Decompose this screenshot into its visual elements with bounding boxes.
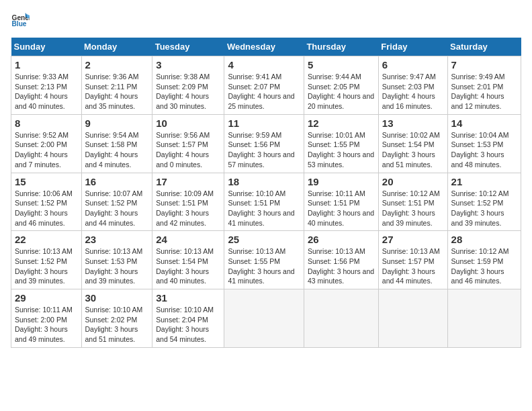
day-info: Sunrise: 10:04 AMSunset: 1:53 PMDaylight…: [451, 130, 517, 170]
calendar-cell: [224, 289, 304, 348]
day-info: Sunrise: 9:47 AMSunset: 2:03 PMDaylight:…: [382, 72, 444, 111]
calendar-cell: 2Sunrise: 9:36 AMSunset: 2:11 PMDaylight…: [81, 56, 152, 115]
calendar-header-row: SundayMondayTuesdayWednesdayThursdayFrid…: [11, 38, 521, 56]
day-info: Sunrise: 10:11 AMSunset: 2:00 PMDaylight…: [15, 305, 78, 345]
day-number: 29: [15, 292, 78, 304]
calendar-cell: 29Sunrise: 10:11 AMSunset: 2:00 PMDaylig…: [11, 289, 82, 348]
calendar-cell: [378, 289, 447, 348]
logo-icon: General Blue: [11, 11, 30, 30]
day-number: 31: [156, 292, 220, 304]
day-number: 12: [308, 118, 375, 129]
day-info: Sunrise: 10:09 AMSunset: 1:51 PMDaylight…: [156, 189, 220, 228]
calendar-cell: 24Sunrise: 10:13 AMSunset: 1:54 PMDaylig…: [152, 231, 224, 289]
calendar-cell: 16Sunrise: 10:07 AMSunset: 1:52 PMDaylig…: [81, 173, 152, 231]
day-number: 2: [85, 59, 149, 71]
day-info: Sunrise: 9:36 AMSunset: 2:11 PMDaylight:…: [85, 72, 149, 111]
calendar-cell: 26Sunrise: 10:13 AMSunset: 1:56 PMDaylig…: [304, 231, 378, 289]
day-info: Sunrise: 9:59 AMSunset: 1:56 PMDaylight:…: [228, 130, 300, 170]
calendar-week-1: 1Sunrise: 9:33 AMSunset: 2:13 PMDaylight…: [11, 56, 521, 115]
calendar-cell: 13Sunrise: 10:02 AMSunset: 1:54 PMDaylig…: [378, 114, 447, 173]
day-info: Sunrise: 10:10 AMSunset: 2:02 PMDaylight…: [85, 305, 149, 345]
day-info: Sunrise: 10:13 AMSunset: 1:56 PMDaylight…: [308, 246, 375, 286]
day-info: Sunrise: 10:06 AMSunset: 1:52 PMDaylight…: [15, 189, 78, 228]
day-info: Sunrise: 10:13 AMSunset: 1:54 PMDaylight…: [156, 246, 220, 286]
day-info: Sunrise: 10:13 AMSunset: 1:52 PMDaylight…: [15, 246, 78, 286]
day-number: 25: [228, 234, 300, 245]
calendar-week-2: 8Sunrise: 9:52 AMSunset: 2:00 PMDaylight…: [11, 114, 521, 173]
day-info: Sunrise: 10:02 AMSunset: 1:54 PMDaylight…: [382, 130, 444, 170]
calendar-cell: 5Sunrise: 9:44 AMSunset: 2:05 PMDaylight…: [304, 56, 378, 115]
day-info: Sunrise: 10:07 AMSunset: 1:52 PMDaylight…: [85, 189, 149, 228]
day-number: 26: [308, 234, 375, 245]
calendar-cell: 15Sunrise: 10:06 AMSunset: 1:52 PMDaylig…: [11, 173, 82, 231]
day-info: Sunrise: 10:12 AMSunset: 1:51 PMDaylight…: [382, 189, 444, 228]
day-number: 19: [308, 176, 375, 187]
day-info: Sunrise: 10:13 AMSunset: 1:53 PMDaylight…: [85, 246, 149, 286]
calendar-cell: 11Sunrise: 9:59 AMSunset: 1:56 PMDayligh…: [224, 114, 304, 173]
day-number: 28: [451, 234, 517, 245]
calendar-cell: 14Sunrise: 10:04 AMSunset: 1:53 PMDaylig…: [447, 114, 521, 173]
calendar-cell: 1Sunrise: 9:33 AMSunset: 2:13 PMDaylight…: [11, 56, 82, 115]
day-info: Sunrise: 9:56 AMSunset: 1:57 PMDaylight:…: [156, 130, 220, 170]
day-info: Sunrise: 10:12 AMSunset: 1:52 PMDaylight…: [451, 189, 517, 228]
calendar-cell: 18Sunrise: 10:10 AMSunset: 1:51 PMDaylig…: [224, 173, 304, 231]
day-number: 4: [228, 59, 300, 71]
calendar-cell: 23Sunrise: 10:13 AMSunset: 1:53 PMDaylig…: [81, 231, 152, 289]
day-number: 6: [382, 59, 444, 71]
calendar-cell: 9Sunrise: 9:54 AMSunset: 1:58 PMDaylight…: [81, 114, 152, 173]
day-info: Sunrise: 10:10 AMSunset: 1:51 PMDaylight…: [228, 189, 300, 228]
day-number: 7: [451, 59, 517, 71]
calendar-cell: 8Sunrise: 9:52 AMSunset: 2:00 PMDaylight…: [11, 114, 82, 173]
weekday-header-monday: Monday: [81, 38, 152, 56]
day-number: 1: [15, 59, 78, 71]
day-info: Sunrise: 10:12 AMSunset: 1:59 PMDaylight…: [451, 246, 517, 286]
day-info: Sunrise: 9:44 AMSunset: 2:05 PMDaylight:…: [308, 72, 375, 111]
day-info: Sunrise: 10:11 AMSunset: 1:51 PMDaylight…: [308, 189, 375, 228]
day-number: 27: [382, 234, 444, 245]
calendar-table: SundayMondayTuesdayWednesdayThursdayFrid…: [11, 38, 521, 348]
calendar-cell: 4Sunrise: 9:41 AMSunset: 2:07 PMDaylight…: [224, 56, 304, 115]
day-number: 22: [15, 234, 78, 245]
calendar-cell: 30Sunrise: 10:10 AMSunset: 2:02 PMDaylig…: [81, 289, 152, 348]
svg-text:Blue: Blue: [12, 20, 27, 28]
calendar-cell: 25Sunrise: 10:13 AMSunset: 1:55 PMDaylig…: [224, 231, 304, 289]
day-number: 5: [308, 59, 375, 71]
weekday-header-saturday: Saturday: [447, 38, 521, 56]
day-info: Sunrise: 9:41 AMSunset: 2:07 PMDaylight:…: [228, 72, 300, 111]
calendar-cell: 10Sunrise: 9:56 AMSunset: 1:57 PMDayligh…: [152, 114, 224, 173]
day-number: 18: [228, 176, 300, 187]
day-number: 17: [156, 176, 220, 187]
weekday-header-tuesday: Tuesday: [152, 38, 224, 56]
weekday-header-sunday: Sunday: [11, 38, 82, 56]
calendar-cell: 20Sunrise: 10:12 AMSunset: 1:51 PMDaylig…: [378, 173, 447, 231]
day-info: Sunrise: 10:13 AMSunset: 1:55 PMDaylight…: [228, 246, 300, 286]
calendar-cell: 17Sunrise: 10:09 AMSunset: 1:51 PMDaylig…: [152, 173, 224, 231]
day-number: 21: [451, 176, 517, 187]
day-number: 11: [228, 118, 300, 129]
day-number: 23: [85, 234, 149, 245]
day-number: 14: [451, 118, 517, 129]
day-info: Sunrise: 9:33 AMSunset: 2:13 PMDaylight:…: [15, 72, 78, 111]
day-number: 24: [156, 234, 220, 245]
day-number: 15: [15, 176, 78, 187]
calendar-body: 1Sunrise: 9:33 AMSunset: 2:13 PMDaylight…: [11, 56, 521, 348]
day-info: Sunrise: 9:52 AMSunset: 2:00 PMDaylight:…: [15, 130, 78, 170]
day-info: Sunrise: 10:10 AMSunset: 2:04 PMDaylight…: [156, 305, 220, 345]
calendar-cell: 6Sunrise: 9:47 AMSunset: 2:03 PMDaylight…: [378, 56, 447, 115]
day-info: Sunrise: 10:13 AMSunset: 1:57 PMDaylight…: [382, 246, 444, 286]
day-number: 13: [382, 118, 444, 129]
calendar-cell: 7Sunrise: 9:49 AMSunset: 2:01 PMDaylight…: [447, 56, 521, 115]
day-number: 20: [382, 176, 444, 187]
calendar-cell: 28Sunrise: 10:12 AMSunset: 1:59 PMDaylig…: [447, 231, 521, 289]
day-number: 3: [156, 59, 220, 71]
calendar-cell: [447, 289, 521, 348]
calendar-week-5: 29Sunrise: 10:11 AMSunset: 2:00 PMDaylig…: [11, 289, 521, 348]
day-info: Sunrise: 9:54 AMSunset: 1:58 PMDaylight:…: [85, 130, 149, 170]
day-info: Sunrise: 9:38 AMSunset: 2:09 PMDaylight:…: [156, 72, 220, 111]
calendar-cell: 3Sunrise: 9:38 AMSunset: 2:09 PMDaylight…: [152, 56, 224, 115]
day-number: 9: [85, 118, 149, 129]
logo: General Blue: [11, 11, 32, 30]
calendar-cell: 21Sunrise: 10:12 AMSunset: 1:52 PMDaylig…: [447, 173, 521, 231]
day-info: Sunrise: 9:49 AMSunset: 2:01 PMDaylight:…: [451, 72, 517, 111]
calendar-cell: 19Sunrise: 10:11 AMSunset: 1:51 PMDaylig…: [304, 173, 378, 231]
